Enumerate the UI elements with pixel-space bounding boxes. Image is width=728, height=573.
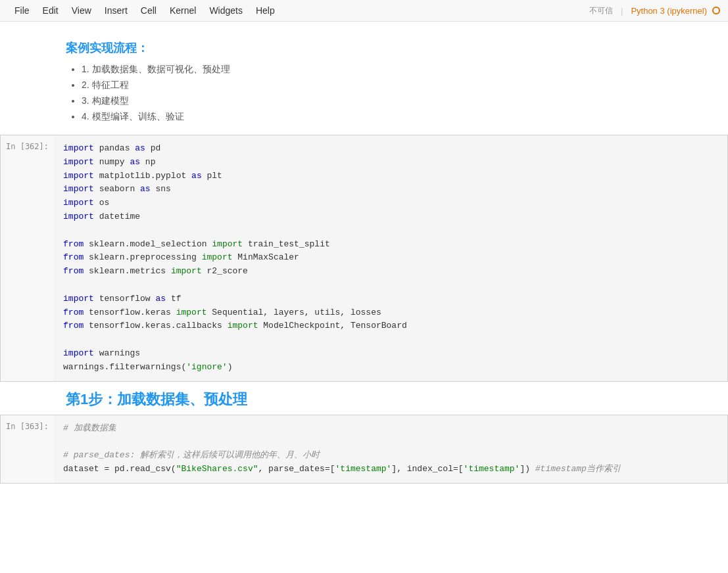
intro-list: 1. 加载数据集、数据可视化、预处理 2. 特征工程 3. 构建模型 4. 模型…	[66, 64, 689, 123]
code-cell-363[interactable]: In [363]: # 加载数据集 # parse_dates: 解析索引，这样…	[0, 415, 728, 484]
code-cell-362[interactable]: In [362]: import pandas as pd import num…	[0, 135, 728, 382]
step1-heading: 第1步：加载数据集、预处理	[0, 382, 728, 415]
menubar: File Edit View Insert Cell Kernel Widget…	[0, 0, 728, 22]
intro-heading: 案例实现流程：	[66, 40, 689, 56]
kernel-status-circle	[712, 7, 720, 14]
menu-view[interactable]: View	[65, 3, 98, 18]
cell-label-363: In [363]:	[1, 415, 54, 483]
cell-label-362: In [362]:	[1, 135, 54, 381]
notebook: 案例实现流程： 1. 加载数据集、数据可视化、预处理 2. 特征工程 3. 构建…	[0, 22, 728, 497]
menu-file[interactable]: File	[8, 3, 36, 18]
list-item-1: 1. 加载数据集、数据可视化、预处理	[82, 64, 689, 76]
menu-cell[interactable]: Cell	[134, 3, 163, 18]
menu-insert[interactable]: Insert	[98, 3, 134, 18]
list-item-2: 2. 特征工程	[82, 80, 689, 91]
menu-widgets[interactable]: Widgets	[203, 3, 249, 18]
code-content-363[interactable]: # 加载数据集 # parse_dates: 解析索引，这样后续可以调用他的年、…	[54, 415, 727, 483]
list-item-3: 3. 构建模型	[82, 95, 689, 107]
code-content-362[interactable]: import pandas as pd import numpy as np i…	[54, 135, 727, 381]
kernel-info: 不可信 | Python 3 (ipykernel)	[589, 5, 720, 16]
menu-help[interactable]: Help	[249, 3, 281, 18]
list-item-4: 4. 模型编译、训练、验证	[82, 111, 689, 123]
kernel-trust-status: 不可信	[589, 5, 613, 16]
menu-kernel[interactable]: Kernel	[163, 3, 203, 18]
divider: |	[621, 6, 623, 16]
markdown-cell-intro: 案例实现流程： 1. 加载数据集、数据可视化、预处理 2. 特征工程 3. 构建…	[0, 35, 728, 132]
menu-edit[interactable]: Edit	[36, 3, 65, 18]
kernel-name: Python 3 (ipykernel)	[631, 6, 707, 16]
